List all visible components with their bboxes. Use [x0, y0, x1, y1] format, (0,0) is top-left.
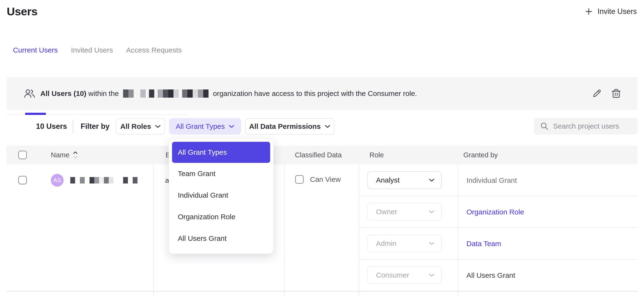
- role-select-admin: Admin: [367, 234, 442, 252]
- menu-item-all-users-grant[interactable]: All Users Grant: [172, 228, 270, 249]
- all-users-banner: All Users (10) within the organization h…: [6, 77, 638, 110]
- role-select-value: Owner: [376, 208, 429, 216]
- role-select-value: Analyst: [376, 176, 429, 184]
- chevron-down-icon: [429, 178, 434, 182]
- users-page: Users Invite Users Current Users Invited…: [0, 0, 644, 296]
- banner-bold: All Users (10): [40, 90, 86, 98]
- tab-invited-users[interactable]: Invited Users: [71, 46, 113, 54]
- grant-row: Admin Data Team: [359, 228, 638, 259]
- menu-item-all-grant-types[interactable]: All Grant Types: [172, 142, 270, 163]
- row-bottom-border: [6, 291, 638, 292]
- filter-by-label: Filter by: [80, 122, 110, 131]
- search-input[interactable]: [553, 122, 632, 130]
- column-header-name-label: Name: [51, 151, 69, 159]
- role-select-owner: Owner: [367, 203, 442, 221]
- filter-row: 10 Users Filter by All Roles All Grant T…: [0, 118, 644, 137]
- column-header-name[interactable]: Name: [51, 146, 78, 164]
- menu-item-individual-grant[interactable]: Individual Grant: [172, 184, 270, 206]
- chevron-down-icon: [429, 242, 434, 246]
- banner-post: organization have access to this project…: [211, 90, 417, 98]
- tab-current-users[interactable]: Current Users: [13, 46, 58, 54]
- invite-users-button[interactable]: Invite Users: [584, 7, 637, 16]
- redacted-organization-name: [123, 90, 208, 98]
- menu-item-organization-role[interactable]: Organization Role: [172, 206, 270, 228]
- role-select-consumer: Consumer: [367, 266, 442, 284]
- column-header-classified-data: Classified Data: [295, 146, 342, 164]
- filter-all-data-permissions[interactable]: All Data Permissions: [245, 118, 334, 134]
- active-tab-indicator: [25, 113, 46, 115]
- grant-row: Analyst Individual Grant: [359, 164, 638, 196]
- users-group-icon: [24, 89, 35, 98]
- avatar: AS: [51, 174, 64, 186]
- banner-text: All Users (10) within the organization h…: [40, 90, 417, 98]
- column-divider: [284, 164, 284, 296]
- can-view-checkbox[interactable]: [295, 175, 304, 184]
- filter-all-data-permissions-label: All Data Permissions: [249, 122, 320, 130]
- granted-by-link[interactable]: Data Team: [466, 240, 501, 248]
- role-select-value: Consumer: [376, 271, 429, 279]
- role-select-analyst[interactable]: Analyst: [367, 171, 442, 189]
- filter-all-roles[interactable]: All Roles: [116, 118, 165, 134]
- column-header-granted-by: Granted by: [463, 146, 498, 164]
- granted-by-link[interactable]: Organization Role: [466, 208, 524, 216]
- tab-bar: Current Users Invited Users Access Reque…: [13, 46, 182, 54]
- can-view-label: Can View: [310, 175, 341, 184]
- page-title: Users: [7, 5, 38, 18]
- banner-actions: [592, 77, 621, 110]
- table-body: AS a Can View Analyst Individual Grant O…: [0, 164, 644, 296]
- redacted-user-name: [70, 177, 138, 184]
- tab-access-requests[interactable]: Access Requests: [126, 46, 182, 54]
- plus-icon: [584, 7, 593, 16]
- search-project-users[interactable]: [534, 118, 638, 134]
- banner-pre: within the: [86, 90, 121, 98]
- chevron-down-icon: [155, 125, 161, 128]
- grant-type-dropdown: All Grant Types Team Grant Individual Gr…: [169, 138, 274, 254]
- filter-all-grant-types-label: All Grant Types: [176, 122, 225, 130]
- filter-all-roles-label: All Roles: [120, 122, 151, 130]
- search-icon: [540, 122, 549, 130]
- filter-all-grant-types[interactable]: All Grant Types: [169, 118, 241, 134]
- row-checkbox[interactable]: [18, 176, 27, 184]
- granted-by-value: All Users Grant: [466, 271, 515, 280]
- granted-by-value: Individual Grant: [466, 176, 517, 184]
- column-header-role-label: Role: [370, 151, 384, 159]
- column-header-classified-label: Classified Data: [295, 151, 342, 159]
- users-count: 10 Users: [36, 122, 67, 131]
- grant-row: Consumer All Users Grant: [359, 259, 638, 291]
- column-header-role: Role: [370, 146, 384, 164]
- classified-data-cell: Can View: [295, 175, 341, 184]
- role-select-value: Admin: [376, 240, 429, 248]
- edit-pencil-icon[interactable]: [592, 88, 602, 99]
- column-divider: [153, 164, 154, 296]
- chevron-down-icon: [229, 125, 234, 128]
- grant-row: Owner Organization Role: [359, 196, 638, 228]
- menu-item-team-grant[interactable]: Team Grant: [172, 163, 270, 184]
- delete-trash-icon[interactable]: [611, 88, 621, 99]
- column-header-granted-by-label: Granted by: [463, 151, 498, 159]
- chevron-down-icon: [429, 274, 434, 277]
- sort-icon: [73, 151, 78, 159]
- chevron-down-icon: [429, 210, 434, 214]
- chevron-down-icon: [325, 125, 330, 128]
- select-all-checkbox[interactable]: [18, 151, 27, 159]
- invite-users-label: Invite Users: [598, 7, 637, 16]
- table-header: Name Email Classified Data Role Granted …: [6, 146, 638, 164]
- divider: [73, 120, 73, 133]
